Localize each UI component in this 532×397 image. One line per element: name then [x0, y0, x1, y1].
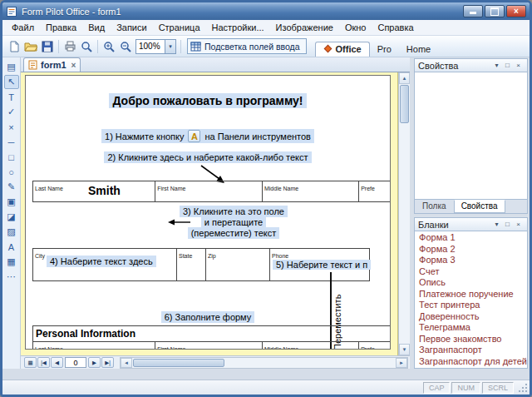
scroll-down-icon[interactable]: ▼ [399, 344, 410, 355]
scroll-up-icon[interactable]: ▲ [399, 72, 410, 84]
print-preview-icon[interactable] [78, 38, 95, 55]
last-name-value[interactable]: Smith [88, 184, 121, 197]
step2-line: 2) Кликните здесь и наберите какой-либо … [26, 152, 390, 162]
panel-menu-icon[interactable]: ▾ [491, 60, 502, 71]
rectangle-tool-icon[interactable]: □ [4, 150, 19, 164]
list-item[interactable]: Телеграмма [415, 322, 527, 334]
cross-tool-icon[interactable]: × [4, 120, 19, 134]
horizontal-scroll-thumb[interactable] [133, 359, 224, 367]
num-lock-indicator: NUM [451, 382, 480, 394]
menu-page[interactable]: Страница [153, 21, 206, 34]
list-item[interactable]: Опись [415, 277, 527, 289]
step1-field[interactable]: 1) Нажмите кнопку A на Панели инструмент… [101, 129, 314, 143]
column-header: Phone [272, 253, 288, 259]
tab-properties[interactable]: Свойства [454, 200, 505, 213]
minimize-button[interactable] [463, 5, 483, 17]
list-item[interactable]: Форма 1 [415, 232, 527, 244]
office-logo-icon [323, 44, 332, 53]
horizontal-scrollbar[interactable]: ◄ ► [120, 357, 408, 369]
panel-close-icon[interactable]: × [513, 219, 524, 230]
list-item[interactable]: Счет [415, 266, 527, 278]
column-header: Middle Name [264, 186, 298, 191]
records-grid-button[interactable]: ▦ [24, 357, 37, 368]
tab-pro[interactable]: Pro [370, 42, 399, 57]
list-item[interactable]: Загранпаспорт [415, 345, 527, 356]
zoom-out-icon[interactable] [117, 38, 134, 55]
step6-field[interactable]: 6) Заполните форму [161, 311, 255, 323]
highlight-fields-label: Подсветка полей ввода [204, 42, 300, 52]
vertical-scroll-thumb[interactable] [400, 85, 409, 123]
menu-records[interactable]: Записи [111, 21, 153, 34]
print-icon[interactable] [62, 38, 78, 55]
first-record-button[interactable]: |◀ [37, 357, 50, 368]
shelf-tool-icon[interactable]: ▤ [4, 60, 19, 74]
font-tool-icon[interactable]: A [4, 240, 19, 254]
step3-field-line1[interactable]: 3) Кликните на это поле [180, 206, 288, 217]
list-item[interactable]: Платежное поручение [415, 289, 527, 300]
chevron-down-icon[interactable]: ▾ [165, 40, 175, 53]
last-record-button[interactable]: ▶| [101, 357, 114, 368]
main-region: ▤ ↖ T ✓ × ─ □ ○ ✎ ▣ ◪ ▨ A ▦ ⋯ form1 × [2, 57, 530, 369]
personal-table: Last Name First Name Middle Name Prefe [32, 342, 391, 350]
tab-home[interactable]: Home [399, 42, 438, 57]
list-item[interactable]: Первое знакомство [415, 334, 527, 345]
document-tab-form1[interactable]: form1 × [23, 57, 81, 72]
app-window: Form Pilot Office - form1 × Файл Правка … [0, 0, 532, 397]
step5-field[interactable]: 5) Наберите текст и п [273, 260, 371, 270]
more-tools-icon[interactable]: ⋯ [4, 270, 19, 284]
previous-record-button[interactable]: ◀ [51, 357, 63, 368]
step2-field[interactable]: 2) Кликните здесь и наберите какой-либо … [104, 151, 311, 163]
list-item[interactable]: Тест принтера [415, 300, 527, 311]
fill-tool-icon[interactable]: ▨ [4, 225, 19, 239]
eraser-tool-icon[interactable]: ◪ [4, 210, 19, 224]
step3-field-line2[interactable]: и перетащите [201, 216, 266, 228]
menu-view[interactable]: Вид [82, 21, 111, 34]
step3-field-line3[interactable]: (переместите) текст [188, 227, 280, 239]
tab-shelf[interactable]: Полка [415, 200, 454, 213]
maximize-button[interactable] [485, 5, 505, 17]
zoom-select[interactable]: 100% ▾ [135, 39, 176, 54]
list-item[interactable]: Форма 3 [415, 255, 527, 266]
line-tool-icon[interactable]: ─ [4, 135, 19, 149]
menu-image[interactable]: Изображение [270, 21, 339, 34]
scroll-right-icon[interactable]: ► [396, 358, 407, 368]
tab-office[interactable]: Office [315, 42, 370, 57]
text-tool-icon[interactable]: T [4, 90, 19, 104]
column-header: First Name [157, 186, 185, 191]
new-document-icon[interactable] [6, 38, 22, 55]
highlight-fields-toggle[interactable]: Подсветка полей ввода [187, 38, 307, 54]
blanks-panel: Бланки ▾ □ × Форма 1 Форма 2 Форма 3 Сче… [414, 217, 528, 369]
check-tool-icon[interactable]: ✓ [4, 105, 19, 119]
save-document-icon[interactable] [39, 38, 56, 55]
list-item[interactable]: Загранпаспорт для детей [415, 356, 527, 368]
next-record-button[interactable]: ▶ [88, 357, 101, 368]
field-highlight-grid-icon [190, 42, 201, 52]
menu-settings[interactable]: Настройки... [206, 21, 270, 34]
scroll-left-icon[interactable]: ◄ [121, 358, 132, 368]
menu-window[interactable]: Окно [339, 21, 372, 34]
ellipse-tool-icon[interactable]: ○ [4, 165, 19, 179]
menu-edit[interactable]: Правка [40, 21, 82, 34]
panel-menu-icon[interactable]: ▾ [491, 219, 502, 230]
list-item[interactable]: Форма 2 [415, 244, 527, 256]
resize-grip[interactable] [517, 382, 528, 393]
zoom-in-icon[interactable] [101, 38, 117, 55]
menu-file[interactable]: Файл [6, 21, 40, 34]
open-document-icon[interactable] [22, 38, 39, 55]
close-button[interactable]: × [506, 5, 526, 17]
panel-pin-icon[interactable]: □ [502, 219, 513, 230]
step4-field[interactable]: 4) Наберите текст здесь [47, 256, 156, 267]
name-table: Last Name First Name Middle Name Prefe [32, 181, 391, 202]
panel-close-icon[interactable]: × [513, 60, 524, 71]
menu-help[interactable]: Справка [372, 21, 419, 34]
title-bar: Form Pilot Office - form1 × [2, 2, 530, 20]
vertical-scrollbar[interactable]: ▲ ▼ [398, 72, 410, 355]
record-number-field[interactable]: 0 [65, 357, 86, 368]
list-item[interactable]: Доверенность [415, 311, 527, 323]
panel-pin-icon[interactable]: □ [502, 60, 513, 71]
pencil-tool-icon[interactable]: ✎ [4, 180, 19, 194]
image-tool-icon[interactable]: ▣ [4, 195, 19, 209]
tab-close-icon[interactable]: × [71, 61, 76, 70]
select-tool-icon[interactable]: ↖ [4, 75, 19, 89]
table-tool-icon[interactable]: ▦ [4, 255, 19, 269]
